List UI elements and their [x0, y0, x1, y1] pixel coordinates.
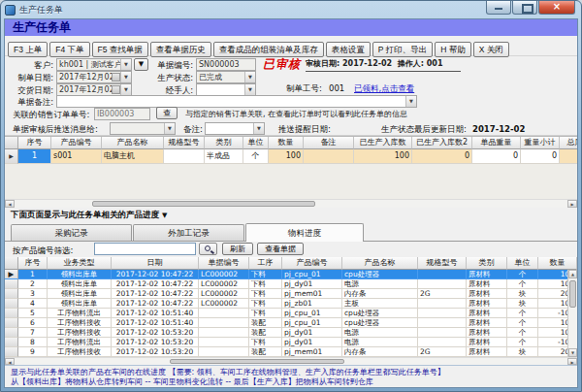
calendar-icon[interactable] — [112, 73, 120, 82]
table-cell[interactable]: 工序物料接收 — [48, 328, 112, 338]
table-cell[interactable]: pj_dy01 — [282, 328, 342, 338]
table-cell[interactable] — [199, 318, 249, 328]
table-row[interactable]: ▶1领料出库单2017-12-02 10:47:22LC000002下料pj_c… — [5, 270, 577, 279]
table-cell[interactable]: 原材料 — [467, 299, 507, 309]
table-cell[interactable]: 个 — [507, 279, 538, 289]
table-cell[interactable]: 装配 — [249, 347, 282, 357]
column-header[interactable]: 数量 — [269, 137, 304, 149]
toolbar-button[interactable]: H 帮助 — [435, 42, 471, 57]
chevron-down-icon[interactable]: ▼ — [120, 59, 131, 70]
column-header[interactable]: 工序 — [249, 257, 282, 270]
prod-status-combo[interactable]: 已完成 ▼ — [196, 71, 256, 83]
title-bar[interactable]: 生产任务单 × — [1, 1, 581, 18]
table-cell[interactable]: 原材料 — [467, 347, 507, 357]
column-header[interactable]: 重量小计 — [521, 137, 560, 149]
column-header[interactable]: 业务类型 — [48, 257, 112, 270]
column-header[interactable]: 类别 — [205, 137, 243, 149]
table-cell[interactable] — [304, 149, 354, 164]
table-cell[interactable]: 个 — [507, 328, 538, 338]
column-header[interactable]: 单据编号 — [199, 257, 249, 270]
filter-input[interactable] — [94, 243, 196, 255]
tab[interactable]: 采购记录 — [11, 224, 132, 241]
table-cell[interactable]: 块 — [507, 299, 538, 309]
table-cell[interactable]: 领料出库单 — [48, 289, 112, 299]
table-cell[interactable]: 2017-12-02 10:51:40 — [112, 309, 199, 318]
close-button[interactable]: × — [538, 1, 575, 15]
column-header[interactable]: 日期 — [112, 257, 199, 270]
table-cell[interactable]: 电源 — [342, 328, 418, 338]
chevron-down-icon[interactable]: ▼ — [120, 72, 131, 82]
refresh-button[interactable]: 刷新 — [222, 243, 253, 255]
table-cell[interactable]: 电源 — [342, 279, 418, 289]
column-header[interactable]: 产品编号 — [282, 257, 342, 270]
table-cell[interactable]: 7 — [18, 328, 48, 338]
table-cell[interactable]: LC000002 — [199, 299, 249, 309]
table-cell[interactable]: cpu处理器 — [342, 309, 418, 318]
chevron-down-icon[interactable]: ▼ — [120, 84, 131, 95]
sales-order-field[interactable]: IB000003 — [94, 108, 150, 120]
row-header[interactable] — [5, 279, 18, 289]
row-header[interactable] — [5, 347, 18, 357]
sales-order-search-button[interactable]: 查 — [156, 107, 178, 119]
table-row[interactable]: 4领料出库单2017-12-02 10:47:22LC000002下料pj_zb… — [5, 299, 577, 309]
scrollbar-thumb[interactable] — [569, 280, 576, 308]
tab[interactable]: 物料进度 — [245, 223, 364, 242]
table-cell[interactable]: LC000002 — [199, 289, 249, 299]
column-header[interactable]: 已生产入库数 — [354, 137, 412, 149]
table-cell[interactable]: 2 — [18, 279, 48, 289]
push-msg-combo[interactable]: ▼ — [110, 122, 176, 135]
table-cell[interactable] — [418, 338, 467, 347]
table-cell[interactable] — [199, 328, 249, 338]
table-cell[interactable]: pj_dy01 — [282, 338, 342, 347]
chevron-down-icon[interactable]: ▼ — [405, 96, 416, 107]
table-cell[interactable] — [164, 149, 205, 164]
scroll-down-icon[interactable]: ▼ — [568, 348, 577, 357]
table-cell[interactable]: 0 — [472, 149, 521, 164]
column-header[interactable]: 已生产入库数2 — [412, 137, 472, 149]
table-cell[interactable]: 2017-12-02 10:53:20 — [112, 338, 199, 347]
scroll-up-icon[interactable]: ▲ — [568, 270, 577, 278]
table-cell[interactable]: 电脑主机 — [102, 149, 164, 164]
row-header[interactable] — [5, 338, 18, 347]
tab[interactable]: 外加工记录 — [133, 224, 244, 241]
grid-corner[interactable] — [5, 257, 18, 270]
table-cell[interactable]: 0 — [521, 149, 560, 164]
column-header[interactable]: 总库存 — [560, 137, 577, 149]
table-row[interactable]: 8工序物料流出2017-12-02 10:53:20下料pj_dy01电源原材料… — [5, 338, 577, 347]
table-cell[interactable]: 1 — [18, 149, 51, 164]
table-cell[interactable]: 块 — [507, 289, 538, 299]
table-cell[interactable] — [418, 328, 467, 338]
column-header[interactable]: 产品名称 — [342, 257, 418, 270]
grid-corner[interactable] — [5, 137, 18, 149]
table-row[interactable]: 3领料出库单2017-12-02 10:47:22LC000002下料pj_me… — [5, 289, 577, 299]
scrollbar-thumb[interactable] — [92, 201, 315, 207]
scroll-right-icon[interactable]: ▶ — [567, 358, 577, 365]
table-row[interactable]: ▶1s001电脑主机半成品个100100000 — [5, 149, 577, 164]
row-header[interactable] — [5, 328, 18, 338]
table-cell[interactable] — [199, 347, 249, 357]
table-cell[interactable]: 100 — [269, 149, 304, 164]
doc-no-field[interactable]: SN000003 — [196, 58, 256, 71]
toolbar-button[interactable]: X 关闭 — [473, 42, 509, 57]
table-cell[interactable]: 下料 — [249, 270, 282, 279]
table-cell[interactable]: 主板 — [342, 299, 418, 309]
table-cell[interactable] — [560, 149, 577, 164]
column-header[interactable]: 单位 — [243, 137, 269, 149]
column-header[interactable]: 规格型号 — [418, 257, 467, 270]
table-cell[interactable] — [199, 309, 249, 318]
table-cell[interactable]: 原材料 — [467, 279, 507, 289]
table-cell[interactable]: 原材料 — [467, 289, 507, 299]
table-cell[interactable]: 个 — [243, 149, 269, 164]
calendar-icon[interactable] — [112, 85, 120, 94]
table-cell[interactable]: LC000002 — [199, 270, 249, 279]
column-header[interactable]: 产品编号 — [51, 137, 102, 149]
table-cell[interactable]: 5 — [18, 309, 48, 318]
table-cell[interactable]: 2017-12-02 10:53:20 — [112, 347, 199, 357]
table-cell[interactable]: 内存条 — [342, 347, 418, 357]
table-cell[interactable]: 下料 — [249, 309, 282, 318]
table-cell[interactable]: 装配 — [249, 318, 282, 328]
table-cell[interactable]: 4 — [18, 299, 48, 309]
table-cell[interactable]: 个 — [507, 270, 538, 279]
table-cell[interactable]: 2017-12-02 10:51:40 — [112, 318, 199, 328]
table-cell[interactable]: 个 — [507, 309, 538, 318]
